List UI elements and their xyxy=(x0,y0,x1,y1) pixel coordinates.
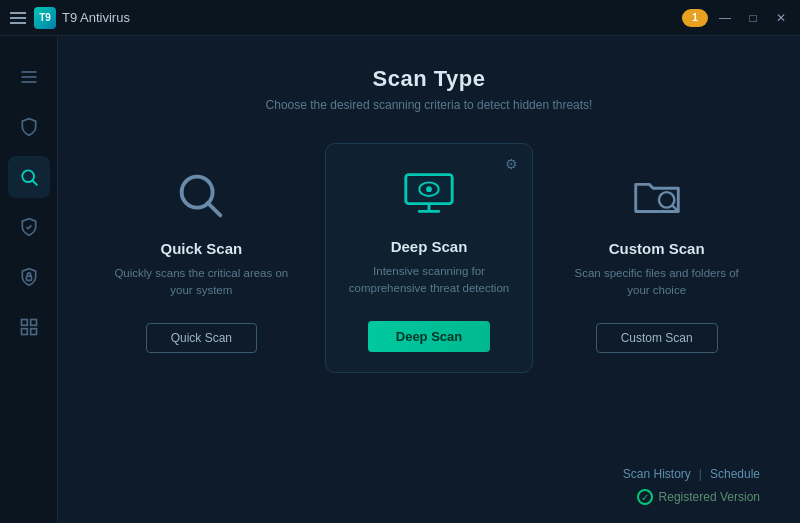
sidebar-item-privacy[interactable] xyxy=(8,256,50,298)
deep-scan-icon xyxy=(399,164,459,224)
title-bar-controls: 1 — □ ✕ xyxy=(682,7,792,29)
svg-rect-6 xyxy=(21,320,27,326)
title-bar-left: T9 T9 Antivirus xyxy=(10,7,130,29)
check-circle-icon: ✓ xyxy=(637,489,653,505)
sidebar-item-scan[interactable] xyxy=(8,156,50,198)
custom-scan-title: Custom Scan xyxy=(609,240,705,257)
svg-rect-9 xyxy=(30,329,36,335)
svg-rect-5 xyxy=(26,276,31,280)
app-logo: T9 T9 Antivirus xyxy=(34,7,130,29)
monitor-scan-icon xyxy=(400,165,458,223)
main-content: Scan Type Choose the desired scanning cr… xyxy=(58,36,800,523)
sidebar-item-protection[interactable] xyxy=(8,106,50,148)
svg-point-15 xyxy=(426,186,432,192)
app-name: T9 Antivirus xyxy=(62,10,130,25)
folder-search-icon xyxy=(628,167,686,225)
shield-icon xyxy=(19,117,39,137)
search-circle-icon xyxy=(172,167,230,225)
custom-scan-button[interactable]: Custom Scan xyxy=(596,323,718,353)
svg-line-4 xyxy=(32,181,37,186)
page-title: Scan Type xyxy=(373,66,486,92)
custom-scan-card: Custom Scan Scan specific files and fold… xyxy=(553,142,760,373)
sidebar xyxy=(0,36,58,523)
maximize-button[interactable]: □ xyxy=(742,7,764,29)
deep-scan-title: Deep Scan xyxy=(391,238,468,255)
sidebar-item-secure[interactable] xyxy=(8,206,50,248)
quick-scan-button[interactable]: Quick Scan xyxy=(146,323,257,353)
custom-scan-desc: Scan specific files and folders of your … xyxy=(569,265,744,305)
search-icon xyxy=(19,167,39,187)
minimize-button[interactable]: — xyxy=(714,7,736,29)
grid-icon xyxy=(19,317,39,337)
quick-scan-icon xyxy=(171,166,231,226)
logo-badge: T9 xyxy=(34,7,56,29)
settings-icon[interactable]: ⚙ xyxy=(505,156,518,172)
close-button[interactable]: ✕ xyxy=(770,7,792,29)
registered-label: Registered Version xyxy=(659,490,760,504)
scan-history-link[interactable]: Scan History xyxy=(623,467,691,481)
scan-cards-container: Quick Scan Quickly scans the critical ar… xyxy=(98,142,760,373)
custom-scan-icon xyxy=(627,166,687,226)
main-layout: Scan Type Choose the desired scanning cr… xyxy=(0,36,800,523)
svg-rect-8 xyxy=(21,329,27,335)
footer: Scan History | Schedule ✓ Registered Ver… xyxy=(623,467,760,505)
deep-scan-card: ⚙ Deep Scan In xyxy=(325,143,534,373)
page-subtitle: Choose the desired scanning criteria to … xyxy=(266,98,593,112)
quick-scan-card: Quick Scan Quickly scans the critical ar… xyxy=(98,142,305,373)
menu-icon[interactable] xyxy=(10,12,26,24)
svg-point-3 xyxy=(22,170,34,182)
registered-badge: ✓ Registered Version xyxy=(637,489,760,505)
footer-links: Scan History | Schedule xyxy=(623,467,760,481)
svg-line-11 xyxy=(208,203,221,216)
title-bar: T9 T9 Antivirus 1 — □ ✕ xyxy=(0,0,800,36)
lock-shield-icon xyxy=(19,267,39,287)
menu-icon xyxy=(19,67,39,87)
deep-scan-desc: Intensive scanning for comprehensive thr… xyxy=(342,263,517,303)
footer-divider: | xyxy=(699,467,702,481)
svg-rect-7 xyxy=(30,320,36,326)
notification-badge[interactable]: 1 xyxy=(682,9,708,27)
sidebar-item-menu[interactable] xyxy=(8,56,50,98)
schedule-link[interactable]: Schedule xyxy=(710,467,760,481)
quick-scan-title: Quick Scan xyxy=(160,240,242,257)
quick-scan-desc: Quickly scans the critical areas on your… xyxy=(114,265,289,305)
deep-scan-button[interactable]: Deep Scan xyxy=(368,321,490,352)
sidebar-item-tools[interactable] xyxy=(8,306,50,348)
check-shield-icon xyxy=(19,217,39,237)
